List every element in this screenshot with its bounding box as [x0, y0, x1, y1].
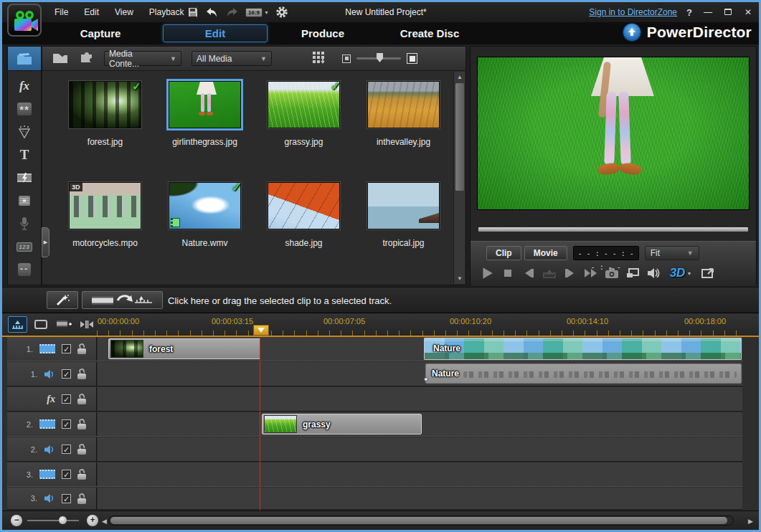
zoom-in-button[interactable]: + [87, 515, 98, 526]
aspect-ratio-dropdown[interactable]: 16:9 ▼ [245, 8, 269, 17]
track-header-video-3[interactable]: 3. ✓ [7, 462, 97, 486]
thumbnail-size-slider[interactable] [356, 57, 401, 60]
magic-tools-button[interactable] [47, 291, 78, 309]
upgrade-arrow-icon[interactable] [623, 23, 641, 42]
snap-toggle-button[interactable] [77, 316, 96, 333]
track-header-audio-1[interactable]: 1. ✓ [7, 362, 97, 386]
minimize-button[interactable]: — [701, 7, 714, 17]
tab-produce[interactable]: Produce [278, 22, 367, 44]
undock-preview-icon[interactable] [700, 265, 716, 282]
track-lock-icon[interactable] [77, 419, 86, 429]
track-header-audio-3[interactable]: 3. ✓ [7, 488, 97, 509]
add-track-button[interactable] [54, 316, 73, 333]
menu-playback[interactable]: Playback [143, 4, 191, 20]
thumbnail-inthevalley[interactable] [367, 81, 440, 128]
save-icon[interactable] [187, 6, 199, 18]
scroll-right-icon[interactable]: ▶ [748, 518, 753, 525]
track-header-fx[interactable]: fx ✓ [7, 387, 97, 411]
clip-forest[interactable]: forest [108, 338, 260, 359]
previous-frame-button[interactable] [521, 265, 537, 282]
clip-mode-button[interactable]: Clip [486, 246, 521, 260]
track-lock-icon[interactable] [77, 444, 86, 455]
library-scrollbar[interactable]: ▲ ▼ [453, 72, 465, 284]
media-item-tropical[interactable]: tropical.jpg [354, 182, 453, 248]
timeline-zoom-slider[interactable] [27, 520, 79, 521]
settings-gear-icon[interactable] [275, 6, 288, 19]
panel-flyout-handle[interactable]: ▶ [42, 227, 49, 257]
timeline-horizontal-scrollbar[interactable] [108, 516, 734, 526]
thumbnail-girlinthegrass[interactable] [169, 81, 241, 128]
undo-icon[interactable] [205, 7, 219, 18]
fast-forward-button[interactable] [583, 265, 599, 282]
zoom-slider-thumb[interactable] [59, 516, 67, 524]
scrollbar-thumb[interactable] [455, 83, 464, 191]
clip-nature-audio[interactable]: Nature [425, 364, 742, 384]
scroll-left-icon[interactable]: ◀ [102, 518, 107, 525]
insert-to-timeline-button[interactable] [82, 291, 163, 309]
scroll-up-icon[interactable]: ▲ [454, 74, 465, 80]
zoom-out-button[interactable]: − [11, 515, 22, 526]
media-item-shade[interactable]: shade.jpg [254, 182, 354, 248]
clip-nature-video[interactable]: Nature [424, 338, 742, 360]
track-header-video-1[interactable]: 1. ✓ [7, 337, 97, 361]
next-frame-button[interactable] [562, 265, 578, 282]
import-media-icon[interactable] [52, 50, 68, 67]
timecode-display[interactable]: - - : - - : - - : - - [573, 246, 639, 260]
storyboard-view-button[interactable] [31, 316, 50, 333]
track-lane-fx[interactable] [98, 387, 742, 411]
media-item-grassy[interactable]: ✓ grassy.jpg [254, 81, 354, 147]
menu-file[interactable]: File [48, 4, 75, 20]
transition-room-button[interactable] [8, 167, 41, 189]
signin-directorzone-link[interactable]: Sign in to DirectorZone [589, 7, 677, 17]
media-room-button[interactable] [8, 47, 41, 71]
menu-edit[interactable]: Edit [77, 4, 105, 20]
thumbnail-tropical[interactable] [367, 182, 440, 229]
small-thumbnail-icon[interactable] [342, 54, 351, 63]
media-content-dropdown[interactable]: Media Conte... ▼ [104, 51, 181, 66]
track-enable-checkbox[interactable]: ✓ [62, 369, 71, 379]
movie-mode-button[interactable]: Movie [524, 246, 567, 260]
timeline-view-button[interactable] [8, 316, 27, 333]
scroll-down-icon[interactable]: ▼ [454, 275, 465, 282]
track-header-audio-2[interactable]: 2. ✓ [7, 437, 97, 461]
audio-mixing-room-button[interactable] [8, 190, 41, 212]
track-lane-video-1[interactable]: forest Nature [98, 337, 742, 361]
sort-view-icon[interactable] [312, 51, 326, 67]
tab-edit[interactable]: Edit [163, 24, 268, 42]
pip-objects-room-button[interactable]: ** [8, 98, 41, 120]
track-lock-icon[interactable] [77, 469, 86, 480]
timeline-ruler[interactable]: 00:00:00:00 00:00:03:15 00:00:07:05 00:0… [97, 313, 742, 336]
track-lock-icon[interactable] [77, 369, 86, 379]
subtitle-room-button[interactable]: -- [8, 259, 41, 280]
media-item-nature[interactable]: ✓ Nature.wmv [155, 182, 255, 248]
track-lane-audio-3[interactable] [98, 488, 742, 509]
voiceover-room-button[interactable] [8, 213, 41, 234]
track-header-video-2[interactable]: 2. ✓ [7, 412, 97, 436]
close-button[interactable]: ✕ [742, 7, 755, 17]
3d-toggle-button[interactable]: 3D ▼ [666, 265, 695, 282]
thumbnail-shade[interactable] [268, 182, 340, 229]
playhead-marker[interactable] [253, 325, 269, 336]
large-thumbnail-icon[interactable] [407, 53, 417, 64]
tab-create-disc[interactable]: Create Disc [381, 22, 478, 44]
maximize-button[interactable] [722, 7, 734, 17]
thumbnail-motorcycles[interactable]: 3D [69, 182, 141, 229]
track-enable-checkbox[interactable]: ✓ [62, 494, 71, 503]
zoom-fit-dropdown[interactable]: Fit ▼ [645, 246, 699, 260]
track-lock-icon[interactable] [77, 394, 86, 404]
volume-speaker-icon[interactable] [646, 265, 661, 282]
playhead-line[interactable] [260, 337, 260, 510]
menu-view[interactable]: View [108, 4, 140, 20]
snapshot-camera-icon[interactable] [604, 265, 620, 282]
title-room-button[interactable]: T [8, 144, 41, 166]
chapter-room-button[interactable]: 123 [8, 236, 41, 257]
plugin-puzzle-icon[interactable] [78, 50, 94, 67]
thumbnail-grassy[interactable]: ✓ [268, 81, 340, 128]
volume-keyframe-node[interactable] [424, 377, 428, 381]
help-button[interactable]: ? [684, 7, 694, 18]
particle-room-button[interactable] [8, 121, 41, 143]
track-lane-audio-1[interactable]: Nature [98, 362, 742, 386]
effect-room-button[interactable]: fx [8, 75, 41, 97]
play-button[interactable] [479, 265, 495, 282]
clip-grassy[interactable]: grassy [262, 414, 422, 434]
